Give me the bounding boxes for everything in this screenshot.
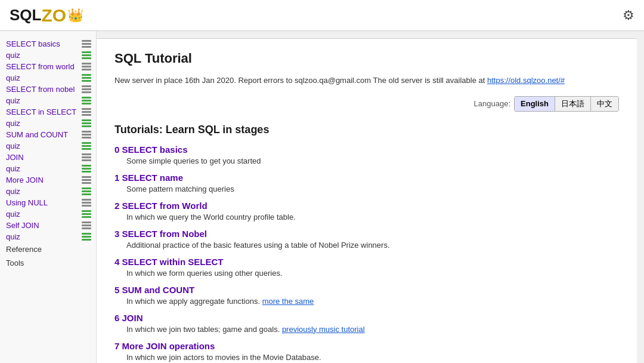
tutorial-link-t6[interactable]: 6 JOIN	[114, 313, 143, 323]
sidebar-item-select-basics[interactable]: SELECT basics	[0, 38, 96, 50]
tutorials-heading: Tutorials: Learn SQL in stages	[114, 124, 619, 136]
tutorial-link-t3[interactable]: 3 SELECT from Nobel	[114, 229, 207, 239]
tutorial-item-t1: 1 SELECT nameSome pattern matching queri…	[114, 173, 619, 193]
sidebar-item-select-in-select[interactable]: SELECT in SELECT	[0, 106, 96, 118]
tutorial-extra-link-t5[interactable]: more the same	[262, 297, 314, 306]
settings-icon[interactable]: ⚙	[623, 8, 634, 23]
sidebar-item-quiz-8[interactable]: quiz	[0, 208, 96, 220]
sidebar-link-using-null[interactable]: Using NULL	[6, 198, 79, 207]
tutorial-desc-t6: In which we join two tables; game and go…	[126, 325, 619, 334]
sidebar-item-quiz-1[interactable]: quiz	[0, 50, 96, 61]
sidebar-link-select-in-select[interactable]: SELECT in SELECT	[6, 107, 79, 116]
sidebar-bars-quiz-5	[82, 142, 91, 150]
sidebar-item-sum-and-count[interactable]: SUM and COUNT	[0, 129, 96, 140]
sidebar-bars-select-from-nobel	[82, 85, 91, 93]
header: SQL ZO 👑 ⚙	[0, 0, 644, 31]
tutorial-item-t3: 3 SELECT from NobelAdditional practice o…	[114, 229, 619, 250]
sidebar-link-select-basics[interactable]: SELECT basics	[6, 39, 79, 48]
tutorial-desc-t0: Some simple queries to get you started	[126, 156, 619, 165]
sidebar-item-more-join[interactable]: More JOIN	[0, 174, 96, 186]
sidebar-link-quiz-7[interactable]: quiz	[6, 187, 79, 196]
language-label: Language:	[474, 99, 510, 108]
tutorial-extra-link-t6[interactable]: previously music tutorial	[282, 325, 365, 334]
sidebar-item-quiz-4[interactable]: quiz	[0, 118, 96, 129]
logo-crown: 👑	[67, 8, 83, 23]
sidebar-bars-select-in-select	[82, 108, 91, 116]
sidebar-bars-quiz-9	[82, 233, 91, 241]
sidebar-item-quiz-6[interactable]: quiz	[0, 163, 96, 174]
sidebar-section-reference[interactable]: Reference	[0, 242, 96, 256]
sidebar-bars-self-join	[82, 222, 91, 229]
sidebar-link-quiz-6[interactable]: quiz	[6, 164, 79, 173]
page-title: SQL Tutorial	[114, 51, 619, 66]
sidebar-link-quiz-5[interactable]: quiz	[6, 141, 79, 150]
sidebar-item-quiz-2[interactable]: quiz	[0, 72, 96, 84]
language-selector[interactable]: English日本語中文	[514, 96, 619, 112]
sidebar-link-more-join[interactable]: More JOIN	[6, 176, 79, 184]
old-server-link[interactable]: https://old.sqlzoo.net/#	[487, 76, 565, 85]
sidebar-bars-quiz-6	[82, 165, 91, 173]
sidebar-bars-quiz-2	[82, 74, 91, 82]
sidebar-bars-select-from-world	[82, 63, 91, 70]
tutorial-link-t7[interactable]: 7 More JOIN operations	[114, 341, 215, 351]
tutorial-desc-t4: In which we form queries using other que…	[126, 269, 619, 278]
tutorial-desc-t1: Some pattern matching queries	[126, 184, 619, 193]
sidebar-item-quiz-9[interactable]: quiz	[0, 231, 96, 242]
sidebar-bars-quiz-4	[82, 119, 91, 127]
sidebar-bars-more-join	[82, 176, 91, 184]
logo-text: SQL	[10, 6, 41, 24]
sidebar-link-quiz-8[interactable]: quiz	[6, 210, 79, 219]
tutorial-desc-t5: In which we apply aggregate functions. m…	[126, 297, 619, 306]
lang-btn-中文[interactable]: 中文	[590, 97, 618, 111]
tutorial-desc-t2: In which we query the World country prof…	[126, 213, 619, 222]
tutorial-item-t2: 2 SELECT from WorldIn which we query the…	[114, 201, 619, 222]
sidebar-item-self-join[interactable]: Self JOIN	[0, 220, 96, 231]
sidebar-link-quiz-2[interactable]: quiz	[6, 73, 79, 82]
sidebar-item-select-from-world[interactable]: SELECT from world	[0, 61, 96, 72]
sidebar-link-sum-and-count[interactable]: SUM and COUNT	[6, 130, 79, 139]
content-area: SQL Tutorial New server in place 16th Ja…	[97, 38, 637, 363]
tutorial-link-t2[interactable]: 2 SELECT from World	[114, 201, 208, 211]
sidebar-item-quiz-3[interactable]: quiz	[0, 95, 96, 106]
announcement: New server in place 16th Jan 2020. Repor…	[114, 75, 619, 87]
tutorial-link-t5[interactable]: 5 SUM and COUNT	[114, 285, 194, 295]
sidebar-link-join[interactable]: JOIN	[6, 153, 79, 162]
sidebar-link-quiz-1[interactable]: quiz	[6, 51, 79, 60]
language-bar: Language: English日本語中文	[114, 96, 619, 112]
sidebar-link-self-join[interactable]: Self JOIN	[6, 221, 79, 230]
sidebar-bars-quiz-1	[82, 51, 91, 59]
lang-btn-English[interactable]: English	[515, 97, 555, 111]
tutorial-desc-t7: In which we join actors to movies in the…	[126, 353, 619, 362]
logo[interactable]: SQL ZO 👑	[10, 5, 83, 26]
sidebar: SELECT basicsquizSELECT from worldquizSE…	[0, 31, 97, 363]
sidebar-item-using-null[interactable]: Using NULL	[0, 197, 96, 208]
sidebar-item-quiz-5[interactable]: quiz	[0, 140, 96, 152]
sidebar-bars-quiz-8	[82, 210, 91, 218]
tutorial-item-t5: 5 SUM and COUNTIn which we apply aggrega…	[114, 285, 619, 306]
sidebar-link-quiz-3[interactable]: quiz	[6, 96, 79, 105]
sidebar-bars-quiz-3	[82, 97, 91, 104]
sidebar-item-join[interactable]: JOIN	[0, 152, 96, 163]
sidebar-link-quiz-9[interactable]: quiz	[6, 232, 79, 241]
tutorial-link-t0[interactable]: 0 SELECT basics	[114, 144, 188, 155]
tutorial-item-t6: 6 JOINIn which we join two tables; game …	[114, 313, 619, 334]
lang-btn-日本語[interactable]: 日本語	[555, 97, 590, 111]
sidebar-bars-select-basics	[82, 40, 91, 48]
sidebar-item-select-from-nobel[interactable]: SELECT from nobel	[0, 84, 96, 95]
sidebar-link-select-from-world[interactable]: SELECT from world	[6, 62, 79, 71]
sidebar-link-quiz-4[interactable]: quiz	[6, 119, 79, 128]
tutorial-link-t4[interactable]: 4 SELECT within SELECT	[114, 257, 224, 267]
tutorials-list: 0 SELECT basicsSome simple queries to ge…	[114, 144, 619, 364]
sidebar-bars-using-null	[82, 199, 91, 207]
sidebar-bars-quiz-7	[82, 187, 91, 195]
tutorial-link-t1[interactable]: 1 SELECT name	[114, 173, 183, 183]
sidebar-section-tools[interactable]: Tools	[0, 256, 96, 270]
tutorial-item-t0: 0 SELECT basicsSome simple queries to ge…	[114, 144, 619, 165]
sidebar-link-select-from-nobel[interactable]: SELECT from nobel	[6, 85, 79, 94]
tutorial-item-t4: 4 SELECT within SELECTIn which we form q…	[114, 257, 619, 278]
tutorial-desc-t3: Additional practice of the basic feature…	[126, 241, 619, 250]
sidebar-item-quiz-7[interactable]: quiz	[0, 186, 96, 197]
logo-icon: ZO	[41, 5, 66, 26]
tutorial-item-t7: 7 More JOIN operationsIn which we join a…	[114, 341, 619, 362]
sidebar-bars-sum-and-count	[82, 131, 91, 139]
